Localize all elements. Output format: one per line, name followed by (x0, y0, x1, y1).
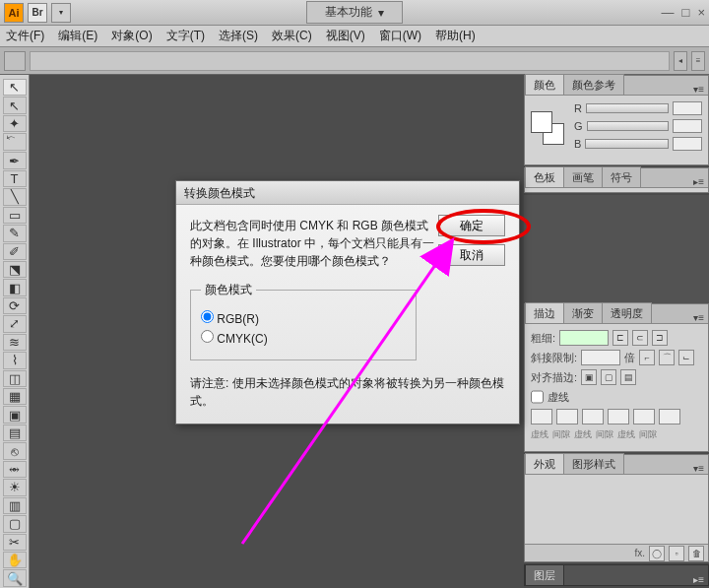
slider-b[interactable] (585, 139, 669, 149)
menu-select[interactable]: 选择(S) (219, 28, 258, 44)
menu-help[interactable]: 帮助(H) (435, 28, 476, 44)
tool-eyedropper[interactable]: ⎋ (3, 442, 27, 459)
fill-stroke-swatch[interactable] (531, 111, 564, 145)
tool-blend[interactable]: ⥈ (3, 461, 27, 478)
tool-rotate[interactable]: ⟳ (3, 297, 27, 314)
workspace-switcher[interactable]: 基本功能 ▾ (306, 1, 403, 24)
menu-type[interactable]: 文字(T) (166, 28, 205, 44)
slider-g[interactable] (587, 121, 669, 131)
tool-graph[interactable]: ▥ (3, 497, 27, 514)
chevron-down-icon: ▾ (378, 6, 384, 20)
opt-collapse-icon[interactable]: ◂ (674, 51, 687, 71)
tool-selection[interactable]: ↖ (3, 79, 27, 96)
menu-edit[interactable]: 编辑(E) (58, 28, 97, 44)
menu-file[interactable]: 文件(F) (6, 28, 44, 44)
right-panel-column: 颜色 颜色参考 ▾≡ R G B 色板 (524, 75, 709, 588)
tool-direct-selection[interactable]: ↖ (3, 97, 27, 113)
radio-rgb-label[interactable]: RGB(R) (201, 310, 406, 326)
new-appearance-icon[interactable]: ▫ (669, 546, 684, 561)
tool-magic-wand[interactable]: ✦ (3, 115, 27, 132)
menu-view[interactable]: 视图(V) (326, 28, 365, 44)
tool-shape-builder[interactable]: ◫ (3, 370, 27, 387)
bridge-logo-icon[interactable]: Br (28, 3, 47, 23)
tab-symbols[interactable]: 符号 (602, 166, 641, 187)
tool-blob-brush[interactable]: ⬔ (3, 261, 27, 278)
join-round-icon[interactable]: ⌒ (659, 350, 675, 365)
gap-3[interactable] (659, 409, 680, 425)
dash-2[interactable] (582, 409, 604, 425)
tool-symbol-sprayer[interactable]: ☀ (3, 479, 27, 495)
tab-stroke[interactable]: 描边 (525, 302, 564, 323)
checkbox-dashed[interactable] (531, 389, 544, 405)
tab-gradient[interactable]: 渐变 (563, 302, 603, 323)
tool-width[interactable]: ≋ (3, 334, 27, 351)
menu-effect[interactable]: 效果(C) (272, 28, 312, 44)
menu-object[interactable]: 对象(O) (111, 28, 152, 44)
tool-pen[interactable]: ✒ (3, 152, 27, 168)
tool-artboard[interactable]: ▢ (3, 515, 27, 532)
tool-slice[interactable]: ✂ (3, 534, 27, 551)
tab-brushes[interactable]: 画笔 (563, 166, 603, 187)
maximize-button[interactable]: □ (682, 5, 690, 20)
align-outside-icon[interactable]: ▤ (620, 369, 636, 385)
ok-button[interactable]: 确定 (438, 215, 505, 236)
tool-pencil[interactable]: ✐ (3, 243, 27, 260)
panel-menu-icon[interactable]: ▸≡ (689, 176, 708, 187)
tool-free-transform[interactable]: ⌇ (3, 352, 27, 368)
dialog-note: 请注意: 使用未选择颜色模式的对象将被转换为另一种颜色模式。 (190, 374, 505, 410)
delete-appearance-icon[interactable]: 🗑 (688, 546, 704, 561)
tool-zoom[interactable]: 🔍 (3, 569, 27, 586)
cap-round-icon[interactable]: ⊂ (632, 330, 648, 346)
input-weight[interactable] (559, 330, 609, 346)
dash-3[interactable] (633, 409, 655, 425)
panel-menu-icon[interactable]: ▾≡ (689, 312, 708, 323)
tab-color[interactable]: 颜色 (525, 74, 564, 95)
tool-perspective[interactable]: ▦ (3, 388, 27, 405)
gap-1[interactable] (556, 409, 578, 425)
menu-window[interactable]: 窗口(W) (379, 28, 421, 44)
tab-swatches[interactable]: 色板 (525, 166, 564, 187)
align-inside-icon[interactable]: ▢ (601, 369, 616, 385)
tool-hand[interactable]: ✋ (3, 552, 27, 568)
value-b[interactable] (673, 137, 702, 151)
align-center-icon[interactable]: ▣ (581, 369, 597, 385)
tool-mesh[interactable]: ▣ (3, 406, 27, 423)
tab-transparency[interactable]: 透明度 (602, 302, 652, 323)
tool-paintbrush[interactable]: ✎ (3, 225, 27, 241)
tool-gradient[interactable]: ▤ (3, 425, 27, 441)
tab-graphic-styles[interactable]: 图形样式 (563, 453, 624, 474)
cancel-button[interactable]: 取消 (438, 244, 505, 266)
join-miter-icon[interactable]: ⌐ (639, 350, 655, 365)
value-r[interactable] (673, 101, 702, 115)
tool-lasso[interactable]: ⃔ (3, 133, 27, 151)
cap-square-icon[interactable]: ⊐ (652, 330, 668, 346)
titlebar-dropdown-icon[interactable]: ▾ (51, 3, 71, 23)
input-miter[interactable] (581, 350, 620, 365)
close-button[interactable]: × (697, 5, 705, 20)
radio-cmyk-label[interactable]: CMYK(C) (201, 330, 406, 346)
cap-butt-icon[interactable]: ⊏ (612, 330, 628, 346)
tool-eraser[interactable]: ◧ (3, 279, 27, 295)
tab-layers[interactable]: 图层 (525, 564, 564, 585)
dash-1[interactable] (531, 409, 552, 425)
minimize-button[interactable]: — (662, 5, 675, 20)
join-bevel-icon[interactable]: ⌙ (678, 350, 694, 365)
tab-appearance[interactable]: 外观 (525, 453, 564, 474)
tool-rectangle[interactable]: ▭ (3, 207, 27, 224)
radio-rgb[interactable] (201, 310, 214, 323)
tool-scale[interactable]: ⤢ (3, 315, 27, 332)
fx-icon[interactable]: fx. (634, 548, 645, 558)
slider-r[interactable] (586, 103, 669, 113)
value-g[interactable] (673, 119, 702, 133)
tab-color-guide[interactable]: 颜色参考 (563, 74, 624, 95)
radio-cmyk[interactable] (201, 330, 214, 343)
panel-menu-icon[interactable]: ▾≡ (689, 463, 708, 474)
panel-menu-icon[interactable]: ▾≡ (689, 84, 708, 95)
tool-line[interactable]: ╲ (3, 188, 27, 205)
clear-appearance-icon[interactable]: ◯ (649, 546, 665, 561)
gap-2[interactable] (608, 409, 629, 425)
tool-type[interactable]: T (3, 170, 27, 187)
opt-menu-icon[interactable]: ≡ (691, 51, 705, 71)
panel-menu-icon[interactable]: ▸≡ (689, 574, 708, 585)
ai-logo-icon: Ai (4, 3, 24, 23)
